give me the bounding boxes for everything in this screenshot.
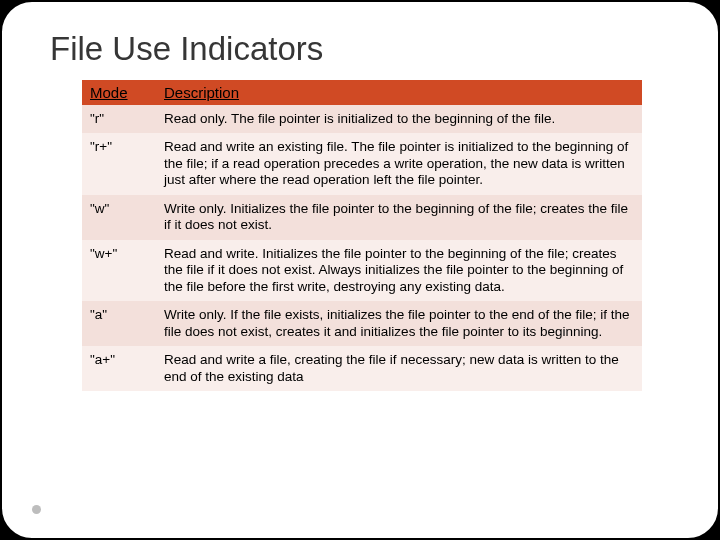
cell-mode: "w": [82, 195, 156, 240]
table-header-row: Mode Description: [82, 80, 642, 105]
file-modes-table: Mode Description "r"Read only. The file …: [82, 80, 642, 391]
header-description: Description: [156, 80, 642, 105]
slide: File Use Indicators Mode Description "r"…: [0, 0, 720, 540]
cell-mode: "r+": [82, 133, 156, 194]
cell-mode: "r": [82, 105, 156, 133]
cell-desc: Read and write a file, creating the file…: [156, 346, 642, 391]
cell-desc: Read and write. Initializes the file poi…: [156, 240, 642, 301]
cell-desc: Write only. Initializes the file pointer…: [156, 195, 642, 240]
table-row: "w"Write only. Initializes the file poin…: [82, 195, 642, 240]
table-row: "a"Write only. If the file exists, initi…: [82, 301, 642, 346]
cell-desc: Read only. The file pointer is initializ…: [156, 105, 642, 133]
cell-desc: Read and write an existing file. The fil…: [156, 133, 642, 194]
table-row: "r+"Read and write an existing file. The…: [82, 133, 642, 194]
slide-title: File Use Indicators: [50, 30, 678, 68]
table-row: "r"Read only. The file pointer is initia…: [82, 105, 642, 133]
table-row: "a+"Read and write a file, creating the …: [82, 346, 642, 391]
bullet-icon: [32, 505, 41, 514]
cell-desc: Write only. If the file exists, initiali…: [156, 301, 642, 346]
cell-mode: "a": [82, 301, 156, 346]
table-row: "w+"Read and write. Initializes the file…: [82, 240, 642, 301]
cell-mode: "a+": [82, 346, 156, 391]
cell-mode: "w+": [82, 240, 156, 301]
header-mode: Mode: [82, 80, 156, 105]
